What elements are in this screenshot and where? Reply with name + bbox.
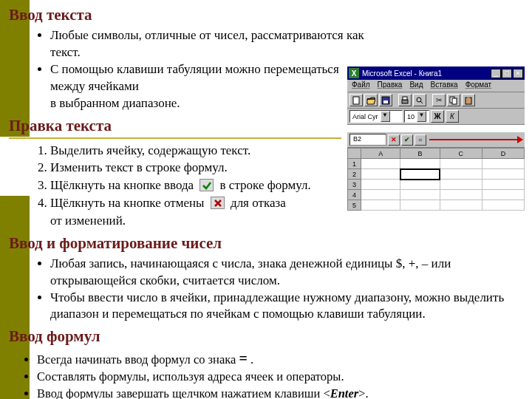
minimize-button[interactable]: _ bbox=[491, 69, 501, 78]
menu-insert[interactable]: Вставка bbox=[430, 81, 457, 91]
svg-rect-0 bbox=[353, 97, 359, 104]
chevron-down-icon: ▼ bbox=[381, 111, 390, 122]
titlebar: X Microsoft Excel - Книга1 _ □ × bbox=[347, 66, 525, 80]
font-combo[interactable]: Arial Cyr▼ bbox=[349, 110, 403, 123]
corner-cell[interactable] bbox=[348, 149, 361, 159]
heading-text-entry: Ввод текста bbox=[9, 6, 525, 24]
chevron-down-icon: ▼ bbox=[417, 111, 426, 122]
enter-entry-button[interactable]: ✔ bbox=[401, 134, 413, 146]
cancel-entry-button[interactable]: ✕ bbox=[388, 134, 400, 146]
preview-icon[interactable] bbox=[413, 94, 426, 106]
print-icon[interactable] bbox=[398, 94, 412, 106]
svg-rect-9 bbox=[466, 98, 471, 104]
list-item: Любые символы, отличные от чисел, рассма… bbox=[50, 27, 368, 61]
svg-rect-4 bbox=[403, 97, 407, 100]
menubar: Файл Правка Вид Вставка Формат bbox=[347, 80, 525, 92]
col-header[interactable]: C bbox=[440, 149, 482, 159]
list-item: С помощью клавиши табуляции можно переме… bbox=[50, 61, 368, 112]
italic-button[interactable]: К bbox=[446, 110, 459, 123]
menu-format[interactable]: Формат bbox=[466, 81, 492, 91]
formula-bar: B2 ✕ ✔ = bbox=[347, 132, 525, 147]
open-icon[interactable] bbox=[364, 94, 378, 106]
excel-icon: X bbox=[349, 68, 359, 78]
equals-sign: = bbox=[239, 350, 247, 366]
row-header[interactable]: 1 bbox=[348, 159, 361, 169]
list-item: Любая запись, начинающаяся с числа, знак… bbox=[50, 256, 525, 290]
list-formulas: Всегда начинать ввод формул со знака = .… bbox=[37, 349, 525, 399]
fx-button[interactable]: = bbox=[415, 134, 426, 146]
menu-view[interactable]: Вид bbox=[409, 81, 423, 91]
col-header[interactable]: D bbox=[482, 149, 524, 159]
excel-window: X Microsoft Excel - Книга1 _ □ × Файл Пр… bbox=[347, 66, 525, 211]
list-numbers: Любая запись, начинающаяся с числа, знак… bbox=[50, 256, 525, 324]
row-header[interactable]: 5 bbox=[348, 200, 361, 211]
menu-file[interactable]: Файл bbox=[352, 81, 370, 91]
col-header[interactable]: B bbox=[400, 149, 440, 159]
heading-text-edit: Правка текста bbox=[9, 117, 341, 139]
name-box[interactable]: B2 bbox=[349, 134, 386, 146]
enter-key: Enter bbox=[330, 386, 359, 399]
cut-icon[interactable]: ✂ bbox=[432, 94, 446, 106]
new-icon[interactable] bbox=[349, 94, 363, 106]
copy-icon[interactable] bbox=[447, 94, 460, 106]
format-toolbar: Arial Cyr▼ 10▼ Ж К bbox=[347, 109, 525, 125]
list-item: Ввод формулы завершать щелчком нажатием … bbox=[37, 386, 525, 399]
bold-button[interactable]: Ж bbox=[431, 110, 444, 123]
row-header[interactable]: 4 bbox=[348, 190, 361, 200]
size-combo[interactable]: 10▼ bbox=[404, 110, 429, 123]
heading-numbers: Ввод и форматирование чисел bbox=[9, 234, 525, 253]
app-title: Microsoft bbox=[362, 69, 392, 78]
svg-rect-2 bbox=[383, 100, 388, 103]
spreadsheet-grid[interactable]: A B C D 1 2 3 4 5 bbox=[347, 147, 525, 211]
svg-rect-8 bbox=[452, 98, 457, 104]
arrow-icon bbox=[429, 139, 522, 140]
list-item: Выделить ячейку, содержащую текст. bbox=[50, 142, 375, 160]
list-item: Всегда начинать ввод формул со знака = . bbox=[37, 349, 525, 369]
menu-edit[interactable]: Правка bbox=[378, 81, 403, 91]
paste-icon[interactable] bbox=[462, 94, 475, 106]
save-icon[interactable] bbox=[379, 94, 392, 106]
list-text-edit: Выделить ячейку, содержащую текст. Измен… bbox=[50, 142, 375, 230]
list-item: Чтобы ввести число в ячейки, принадлежащ… bbox=[50, 290, 525, 324]
list-item: Изменить текст в строке формул. bbox=[50, 159, 375, 177]
col-header[interactable]: A bbox=[361, 149, 400, 159]
svg-rect-10 bbox=[467, 97, 470, 98]
standard-toolbar: ✂ bbox=[347, 92, 525, 109]
svg-rect-3 bbox=[402, 100, 408, 103]
heading-formulas: Ввод формул bbox=[9, 327, 525, 346]
maximize-button[interactable]: □ bbox=[502, 69, 512, 78]
list-text-entry: Любые символы, отличные от чисел, рассма… bbox=[50, 27, 368, 112]
doc-title: Excel - Книга1 bbox=[394, 69, 442, 78]
enter-icon bbox=[200, 179, 214, 191]
close-button[interactable]: × bbox=[513, 69, 523, 78]
cancel-icon bbox=[211, 197, 225, 209]
active-cell[interactable] bbox=[400, 169, 440, 180]
list-item: Щёлкнуть на кнопке ввода в строке формул… bbox=[50, 177, 375, 194]
row-header[interactable]: 3 bbox=[348, 180, 361, 190]
list-item: Составлять формулы, используя адреса яче… bbox=[37, 369, 525, 385]
svg-line-6 bbox=[420, 101, 423, 103]
row-header[interactable]: 2 bbox=[348, 169, 361, 180]
spacer bbox=[347, 125, 525, 132]
list-item: Щёлкнуть на кнопке отмены для отказа от … bbox=[50, 194, 375, 230]
window-buttons: _ □ × bbox=[491, 69, 523, 78]
